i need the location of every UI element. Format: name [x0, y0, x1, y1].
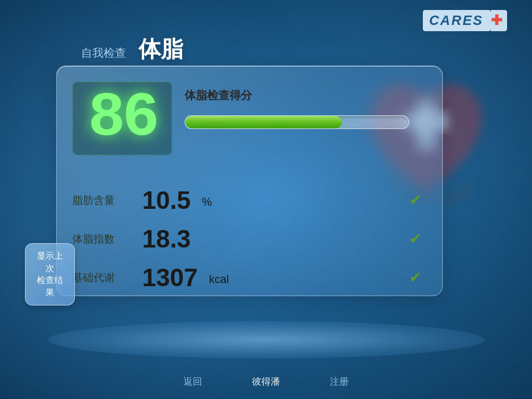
stat-unit-bmr: kcal — [209, 273, 229, 286]
score-label: 体脂检查得分 — [185, 88, 409, 103]
bottom-nav: 返回 彼得潘 注册 — [0, 376, 532, 388]
stat-row-bmr: 基础代谢 1307 kcal ✔ — [72, 265, 434, 290]
score-label-area: 体脂检查得分 — [185, 82, 409, 129]
platform-stage — [48, 321, 485, 358]
stat-label-fat: 脂肪含量 — [72, 193, 122, 208]
logo-cross: ✚ — [491, 10, 507, 31]
page-header: 自我检查 体脂 — [81, 34, 183, 65]
stat-label-bmi: 体脂指数 — [72, 232, 122, 246]
stat-value-bmr: 1307 — [142, 265, 198, 290]
stat-unit-fat: % — [202, 196, 212, 209]
progress-container — [185, 115, 409, 129]
show-last-result-button[interactable]: 显示上次 检查结果 — [25, 243, 75, 305]
progress-bar — [185, 116, 342, 128]
page-subtitle: 自我检查 — [81, 46, 126, 60]
check-icon-fat: ✔ — [409, 191, 422, 209]
stat-label-bmr: 基础代谢 — [72, 271, 122, 285]
score-section: 86 体脂检查得分 — [72, 82, 409, 155]
check-icon-bmi: ✔ — [409, 230, 422, 248]
logo: CARES✚ — [423, 10, 507, 31]
side-button-line1: 显示上次 — [37, 251, 63, 273]
side-button-line2: 检查结果 — [37, 275, 63, 297]
nav-item-back[interactable]: 返回 — [183, 376, 202, 388]
main-card: 86 体脂检查得分 脂肪含量 10.5 % ✔ 体脂指数 18.3 ✔ 基础代谢… — [56, 65, 443, 296]
check-icon-bmr: ✔ — [409, 269, 422, 286]
nav-item-register[interactable]: 注册 — [330, 376, 349, 388]
nav-item-user[interactable]: 彼得潘 — [252, 376, 280, 388]
stat-value-bmi: 18.3 — [142, 226, 191, 251]
stat-row-bmi: 体脂指数 18.3 ✔ — [72, 226, 434, 251]
logo-text: CARES — [423, 10, 491, 31]
stat-value-fat: 10.5 — [142, 188, 191, 213]
score-display: 86 — [72, 82, 172, 155]
page-title: 体脂 — [138, 34, 183, 65]
stats-section: 脂肪含量 10.5 % ✔ 体脂指数 18.3 ✔ 基础代谢 1307 kcal… — [72, 188, 434, 304]
stat-row-fat: 脂肪含量 10.5 % ✔ — [72, 188, 434, 213]
